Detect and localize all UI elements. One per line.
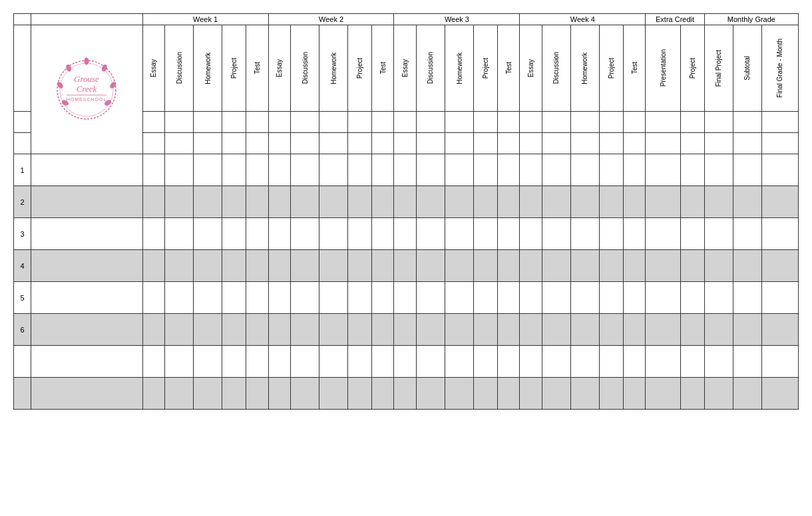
r1-mg-fp[interactable] xyxy=(704,154,733,186)
r2-mg-fg[interactable] xyxy=(761,186,798,218)
r1-w2-proj[interactable] xyxy=(348,154,372,186)
r2-w3-test[interactable] xyxy=(497,186,520,218)
r3-w3-proj[interactable] xyxy=(474,218,498,250)
r2-w4-essay[interactable] xyxy=(520,186,542,218)
r4-w1-test[interactable] xyxy=(246,250,269,282)
r1-w3-test[interactable] xyxy=(497,154,520,186)
r5-w4-disc[interactable] xyxy=(542,282,570,314)
r4-ec-proj[interactable] xyxy=(680,250,704,282)
r8-w1-hw[interactable] xyxy=(194,378,222,410)
r6-w1-hw[interactable] xyxy=(194,314,222,346)
r3-w1-disc[interactable] xyxy=(165,218,194,250)
r2-w1-essay[interactable] xyxy=(142,186,164,218)
r8-w3-hw[interactable] xyxy=(445,378,473,410)
r6-w2-test[interactable] xyxy=(371,314,394,346)
r5-w3-proj[interactable] xyxy=(474,282,498,314)
r2-w3-disc[interactable] xyxy=(416,186,445,218)
r6-w3-test[interactable] xyxy=(497,314,520,346)
r7-w2-hw[interactable] xyxy=(319,346,348,378)
r3-ec-pres[interactable] xyxy=(646,218,681,250)
r3-w3-test[interactable] xyxy=(497,218,520,250)
r3-ec-proj[interactable] xyxy=(680,218,704,250)
r3-w4-test[interactable] xyxy=(623,218,646,250)
r5-w4-essay[interactable] xyxy=(520,282,542,314)
r4-w3-disc[interactable] xyxy=(416,250,445,282)
r4-w4-essay[interactable] xyxy=(520,250,542,282)
r2-w4-proj[interactable] xyxy=(599,186,623,218)
r8-w2-disc[interactable] xyxy=(291,378,319,410)
r1-mg-sub[interactable] xyxy=(733,154,761,186)
r4-w3-proj[interactable] xyxy=(474,250,498,282)
r8-w4-disc[interactable] xyxy=(542,378,570,410)
r1-w2-essay[interactable] xyxy=(268,154,290,186)
r8-mg-sub[interactable] xyxy=(733,378,761,410)
r5-w2-essay[interactable] xyxy=(268,282,290,314)
r6-mg-sub[interactable] xyxy=(733,314,761,346)
r5-w1-test[interactable] xyxy=(246,282,269,314)
r6-w1-essay[interactable] xyxy=(142,314,164,346)
r4-mg-fg[interactable] xyxy=(761,250,798,282)
row4-name[interactable] xyxy=(31,250,142,282)
r6-w4-proj[interactable] xyxy=(599,314,623,346)
r4-ec-pres[interactable] xyxy=(646,250,681,282)
r5-w2-test[interactable] xyxy=(371,282,394,314)
r4-w4-hw[interactable] xyxy=(570,250,599,282)
r1-w2-disc[interactable] xyxy=(291,154,319,186)
r1-w3-essay[interactable] xyxy=(394,154,416,186)
r5-w2-hw[interactable] xyxy=(319,282,348,314)
r6-w3-hw[interactable] xyxy=(445,314,473,346)
r5-w1-proj[interactable] xyxy=(222,282,246,314)
r1-mg-fg[interactable] xyxy=(761,154,798,186)
r3-w1-test[interactable] xyxy=(246,218,269,250)
r6-w2-proj[interactable] xyxy=(348,314,372,346)
r6-w3-proj[interactable] xyxy=(474,314,498,346)
r4-w4-proj[interactable] xyxy=(599,250,623,282)
r2-w3-essay[interactable] xyxy=(394,186,416,218)
r8-w3-test[interactable] xyxy=(497,378,520,410)
r5-w1-hw[interactable] xyxy=(194,282,222,314)
r5-w1-disc[interactable] xyxy=(165,282,194,314)
r5-mg-sub[interactable] xyxy=(733,282,761,314)
r8-mg-fp[interactable] xyxy=(704,378,733,410)
r6-w1-disc[interactable] xyxy=(165,314,194,346)
r7-w2-proj[interactable] xyxy=(348,346,372,378)
r8-w1-disc[interactable] xyxy=(165,378,194,410)
r8-w4-hw[interactable] xyxy=(570,378,599,410)
r8-mg-fg[interactable] xyxy=(761,378,798,410)
r4-w2-proj[interactable] xyxy=(348,250,372,282)
r7-w1-proj[interactable] xyxy=(222,346,246,378)
r3-mg-fg[interactable] xyxy=(761,218,798,250)
r7-w1-essay[interactable] xyxy=(142,346,164,378)
r4-w2-hw[interactable] xyxy=(319,250,348,282)
r6-w4-test[interactable] xyxy=(623,314,646,346)
r8-w4-proj[interactable] xyxy=(599,378,623,410)
r7-w4-test[interactable] xyxy=(623,346,646,378)
r4-mg-sub[interactable] xyxy=(733,250,761,282)
r5-w2-proj[interactable] xyxy=(348,282,372,314)
r3-w2-proj[interactable] xyxy=(348,218,372,250)
r5-w3-essay[interactable] xyxy=(394,282,416,314)
r1-w4-hw[interactable] xyxy=(570,154,599,186)
r5-ec-proj[interactable] xyxy=(680,282,704,314)
r2-w2-essay[interactable] xyxy=(268,186,290,218)
r5-mg-fp[interactable] xyxy=(704,282,733,314)
row5-name[interactable] xyxy=(31,282,142,314)
r7-w2-test[interactable] xyxy=(371,346,394,378)
r5-w4-hw[interactable] xyxy=(570,282,599,314)
r2-mg-fp[interactable] xyxy=(704,186,733,218)
r2-w1-hw[interactable] xyxy=(194,186,222,218)
r2-ec-proj[interactable] xyxy=(680,186,704,218)
r3-w3-hw[interactable] xyxy=(445,218,473,250)
r8-ec-pres[interactable] xyxy=(646,378,681,410)
r2-w3-hw[interactable] xyxy=(445,186,473,218)
r3-w2-disc[interactable] xyxy=(291,218,319,250)
r1-w1-disc[interactable] xyxy=(165,154,194,186)
r4-w1-disc[interactable] xyxy=(165,250,194,282)
r2-w2-disc[interactable] xyxy=(291,186,319,218)
r2-w4-test[interactable] xyxy=(623,186,646,218)
r7-w4-essay[interactable] xyxy=(520,346,542,378)
r8-w2-hw[interactable] xyxy=(319,378,348,410)
r8-w1-test[interactable] xyxy=(246,378,269,410)
r3-w1-hw[interactable] xyxy=(194,218,222,250)
r3-w4-hw[interactable] xyxy=(570,218,599,250)
